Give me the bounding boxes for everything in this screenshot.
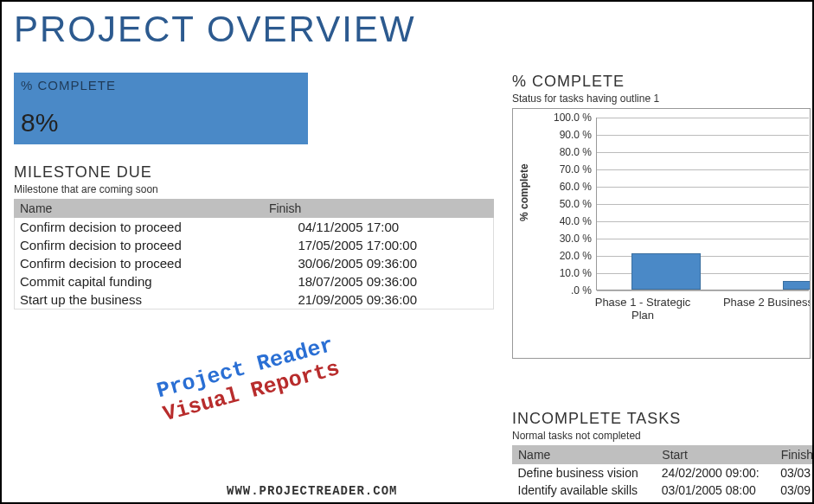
chart-tick-label: 30.0 % — [548, 233, 592, 245]
chart-gridline — [597, 273, 809, 274]
incomplete-finish: 03/09 — [775, 482, 812, 499]
chart-gridline — [597, 290, 809, 291]
chart-gridline — [597, 152, 809, 153]
chart-tick-label: 80.0 % — [548, 146, 592, 158]
watermark-line1: Project Reader — [154, 334, 336, 404]
chart-title: % COMPLETE — [512, 73, 811, 91]
chart-category-2: Phase 2 Business — [721, 296, 811, 309]
incomplete-table: Name Start Finish Define business vision… — [512, 445, 812, 499]
milestone-name: Commit capital funding — [15, 272, 264, 290]
milestone-col-finish: Finish — [263, 200, 493, 218]
table-row: Confirm decision to proceed04/11/2005 17… — [15, 218, 494, 237]
table-row: Define business vision24/02/2000 09:00:0… — [513, 464, 813, 482]
incomplete-heading: INCOMPLETE TASKS — [512, 410, 812, 428]
incomplete-start: 03/01/2005 08:00 — [657, 482, 775, 499]
chart-tick-label: .0 % — [548, 284, 592, 297]
chart-tick-label: 70.0 % — [548, 163, 592, 175]
table-row: Start up the business21/09/2005 09:36:00 — [15, 290, 494, 309]
chart-gridline — [597, 135, 809, 136]
milestone-table: Name Finish Confirm decision to proceed0… — [14, 199, 494, 309]
milestone-finish: 04/11/2005 17:00 — [263, 218, 493, 237]
chart-gridline — [597, 118, 809, 118]
watermark: Project Reader Visual Reports — [154, 334, 342, 426]
milestone-finish: 17/05/2005 17:00:00 — [263, 236, 493, 254]
percent-complete-box: % COMPLETE 8% — [14, 73, 308, 144]
chart-gridline — [597, 204, 809, 205]
chart-bar — [631, 253, 701, 290]
chart-gridline — [597, 169, 809, 170]
incomplete-col-start: Start — [657, 446, 775, 464]
chart-tick-label: 50.0 % — [548, 198, 592, 210]
chart-gridline — [597, 187, 809, 188]
chart-plot — [596, 118, 809, 290]
chart-tick-label: 90.0 % — [548, 129, 592, 141]
chart-ylabel: % complete — [518, 163, 530, 221]
table-row: Identify available skills03/01/2005 08:0… — [513, 482, 813, 499]
milestone-finish: 21/09/2005 09:36:00 — [263, 290, 493, 309]
chart-subtitle: Status for tasks having outline 1 — [512, 93, 811, 105]
chart-area: % complete 100.0 %90.0 %80.0 %70.0 %60.0… — [512, 108, 811, 359]
percent-complete-value: 8% — [21, 108, 301, 137]
chart-tick-label: 40.0 % — [548, 215, 592, 227]
milestone-finish: 18/07/2005 09:36:00 — [263, 272, 493, 290]
milestone-name: Confirm decision to proceed — [15, 254, 264, 272]
chart-bar — [783, 281, 811, 290]
incomplete-finish: 03/03 — [775, 464, 812, 482]
milestone-name: Start up the business — [15, 290, 264, 309]
milestone-name: Confirm decision to proceed — [15, 218, 264, 237]
milestone-col-name: Name — [15, 200, 264, 218]
chart-tick-label: 60.0 % — [548, 181, 592, 193]
table-row: Commit capital funding18/07/2005 09:36:0… — [15, 272, 494, 290]
milestone-subtitle: Milestone that are coming soon — [14, 183, 490, 195]
page-title: PROJECT OVERVIEW — [14, 9, 812, 50]
milestone-finish: 30/06/2005 09:36:00 — [263, 254, 493, 272]
table-row: Confirm decision to proceed30/06/2005 09… — [15, 254, 494, 272]
table-row: Confirm decision to proceed17/05/2005 17… — [15, 236, 494, 254]
chart-gridline — [597, 256, 809, 257]
incomplete-subtitle: Normal tasks not completed — [512, 430, 812, 442]
chart-gridline — [597, 239, 809, 239]
watermark-url: WWW.PROJECTREADER.COM — [227, 484, 397, 498]
incomplete-col-finish: Finish — [775, 446, 812, 464]
percent-complete-label: % COMPLETE — [21, 78, 301, 93]
incomplete-col-name: Name — [513, 446, 657, 464]
chart-tick-label: 20.0 % — [548, 250, 592, 262]
left-column: % COMPLETE 8% MILESTONE DUE Milestone th… — [14, 73, 490, 309]
incomplete-start: 24/02/2000 09:00: — [657, 464, 775, 482]
milestone-heading: MILESTONE DUE — [14, 163, 490, 182]
chart-tick-label: 10.0 % — [548, 267, 592, 279]
chart-gridline — [597, 221, 809, 222]
watermark-line2: Visual Reports — [161, 356, 343, 426]
chart-tick-label: 100.0 % — [548, 112, 592, 124]
incomplete-name: Identify available skills — [513, 482, 657, 499]
right-column: % COMPLETE Status for tasks having outli… — [512, 73, 811, 359]
incomplete-name: Define business vision — [513, 464, 657, 482]
incomplete-section: INCOMPLETE TASKS Normal tasks not comple… — [512, 410, 812, 499]
chart-category-1: Phase 1 - Strategic Plan — [582, 296, 703, 322]
milestone-name: Confirm decision to proceed — [15, 236, 264, 254]
